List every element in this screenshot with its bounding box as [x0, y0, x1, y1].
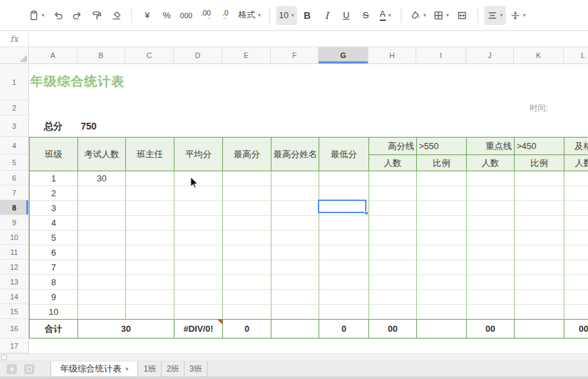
- total-key-line-cell[interactable]: 00: [467, 320, 515, 339]
- cell[interactable]: [126, 186, 174, 201]
- cell[interactable]: [126, 171, 174, 186]
- fill-handle[interactable]: [364, 211, 368, 215]
- tab-1班[interactable]: 1班: [139, 361, 162, 376]
- cell[interactable]: [174, 260, 223, 275]
- class-number-cell[interactable]: 10: [30, 305, 78, 320]
- cell[interactable]: [174, 171, 223, 186]
- cell[interactable]: [564, 245, 588, 260]
- row-header-16[interactable]: 16: [0, 319, 29, 339]
- cell[interactable]: [417, 231, 467, 245]
- cell[interactable]: [319, 186, 369, 201]
- fill-color-button[interactable]: ▾: [407, 6, 429, 25]
- cell[interactable]: [369, 245, 417, 260]
- scrollbar-thumb[interactable]: [1, 355, 7, 360]
- cell[interactable]: [271, 201, 319, 216]
- header-lowest[interactable]: 最低分: [319, 138, 369, 171]
- column-header-F[interactable]: F: [271, 47, 319, 64]
- class-number-cell[interactable]: 9: [30, 290, 78, 305]
- cell[interactable]: [369, 290, 417, 305]
- cell[interactable]: [271, 260, 319, 275]
- column-header-D[interactable]: D: [174, 47, 222, 64]
- class-number-cell[interactable]: 1: [30, 171, 78, 186]
- cell[interactable]: [564, 186, 588, 201]
- borders-button[interactable]: ▾: [430, 6, 452, 25]
- cell[interactable]: [174, 245, 223, 260]
- column-header-I[interactable]: I: [416, 47, 466, 64]
- cell[interactable]: [467, 305, 515, 320]
- cell[interactable]: [319, 245, 369, 260]
- underline-button[interactable]: U: [337, 6, 356, 25]
- class-number-cell[interactable]: 2: [30, 186, 78, 201]
- cell[interactable]: [564, 260, 588, 275]
- class-number-cell[interactable]: 4: [30, 216, 78, 231]
- cell[interactable]: [78, 201, 126, 216]
- add-sheet-button[interactable]: +: [7, 364, 17, 374]
- cell[interactable]: [174, 231, 223, 245]
- class-number-cell[interactable]: 5: [30, 231, 78, 245]
- column-header-A[interactable]: A: [29, 47, 77, 64]
- horizontal-scrollbar[interactable]: [0, 353, 588, 361]
- cell[interactable]: [78, 260, 126, 275]
- thousands-format-button[interactable]: 000: [177, 6, 195, 25]
- cell[interactable]: [271, 320, 319, 339]
- cell[interactable]: [515, 171, 564, 186]
- cell[interactable]: [515, 201, 564, 216]
- cell[interactable]: [223, 290, 271, 305]
- cell[interactable]: [515, 275, 564, 290]
- header-high-threshold[interactable]: >550: [417, 138, 467, 155]
- cell[interactable]: [223, 231, 271, 245]
- header-key-ratio[interactable]: 比例: [515, 155, 564, 171]
- header-highest-name[interactable]: 最高分姓名: [271, 138, 319, 171]
- cell[interactable]: [515, 305, 564, 320]
- horizontal-align-button[interactable]: ▾: [484, 6, 506, 25]
- cell[interactable]: [515, 216, 564, 231]
- cell[interactable]: [564, 171, 588, 186]
- cell[interactable]: [369, 231, 417, 245]
- cell[interactable]: [174, 186, 223, 201]
- header-high-ratio[interactable]: 比例: [417, 155, 467, 171]
- column-header-B[interactable]: B: [77, 47, 125, 64]
- cell[interactable]: [515, 245, 564, 260]
- cell[interactable]: [467, 231, 515, 245]
- select-all-corner[interactable]: [0, 47, 29, 64]
- cell[interactable]: [515, 320, 564, 339]
- row-header-3[interactable]: 3: [0, 115, 29, 137]
- header-pass-line[interactable]: 及格线: [564, 138, 588, 155]
- cell[interactable]: [223, 260, 271, 275]
- cell[interactable]: [319, 171, 369, 186]
- row-header-13[interactable]: 13: [0, 274, 29, 289]
- format-painter-button[interactable]: [88, 6, 106, 25]
- cell[interactable]: [369, 186, 417, 201]
- undo-button[interactable]: [48, 6, 67, 25]
- cell[interactable]: [515, 260, 564, 275]
- cell[interactable]: [223, 171, 271, 186]
- font-color-button[interactable]: A▾: [377, 6, 395, 25]
- row-header-9[interactable]: 9: [0, 215, 29, 230]
- column-header-C[interactable]: C: [125, 47, 174, 64]
- cell[interactable]: [126, 290, 174, 305]
- bold-button[interactable]: B: [298, 6, 317, 25]
- cell[interactable]: [271, 171, 319, 186]
- cell[interactable]: [126, 305, 174, 320]
- header-exam-count[interactable]: 考试人数: [78, 138, 126, 171]
- sheet-list-button[interactable]: [24, 364, 34, 374]
- cell[interactable]: [174, 201, 223, 216]
- vertical-align-button[interactable]: ▾: [507, 6, 529, 25]
- cell[interactable]: [271, 186, 319, 201]
- cell[interactable]: [223, 245, 271, 260]
- column-header-E[interactable]: E: [222, 47, 271, 64]
- cell[interactable]: [223, 201, 271, 216]
- italic-button[interactable]: I: [318, 6, 336, 25]
- clear-format-button[interactable]: [107, 6, 125, 25]
- cell[interactable]: [271, 245, 319, 260]
- cell[interactable]: [174, 305, 223, 320]
- cell[interactable]: [271, 231, 319, 245]
- cell[interactable]: [126, 260, 174, 275]
- cell[interactable]: [515, 231, 564, 245]
- cell[interactable]: [417, 275, 467, 290]
- cell[interactable]: [319, 231, 369, 245]
- cell[interactable]: [78, 275, 126, 290]
- cell[interactable]: [467, 216, 515, 231]
- cell[interactable]: [467, 275, 515, 290]
- cell[interactable]: [417, 260, 467, 275]
